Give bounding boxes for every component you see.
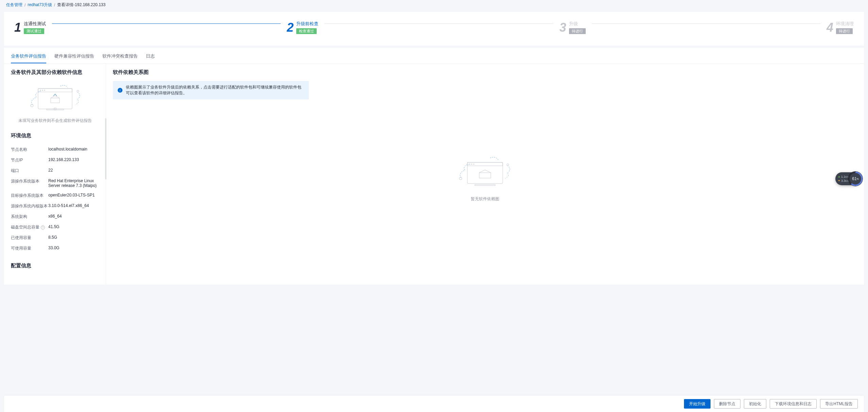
env-key: 源操作系统内核版本 (11, 203, 48, 209)
step-number: 1 (14, 21, 21, 34)
env-key: 源操作系统版本 (11, 178, 48, 188)
env-row: 已使用容量8.5G (11, 233, 99, 243)
env-key: 可使用容量 (11, 245, 48, 251)
step-1[interactable]: 1连通性测试测试通过 (14, 21, 46, 34)
step-status-badge: 待进行 (569, 28, 586, 34)
svg-point-18 (507, 164, 509, 166)
breadcrumb-sep-1: / (54, 3, 55, 7)
info-icon: i (118, 88, 122, 93)
env-row: 目标操作系统版本openEuler20.03-LTS-SP1 (11, 190, 99, 201)
help-icon[interactable]: ? (41, 225, 45, 229)
env-value: 41.5G (48, 224, 60, 230)
step-title: 升级 (569, 21, 586, 27)
initialize-button[interactable]: 初始化 (744, 399, 766, 409)
svg-point-17 (459, 177, 462, 180)
tab-3[interactable]: 日志 (146, 51, 155, 63)
svg-rect-10 (467, 162, 503, 184)
breadcrumb-link-1[interactable]: redhat73升级 (28, 2, 52, 8)
env-value: x86_64 (48, 214, 62, 220)
env-row: 节点名称localhost.localdomain (11, 144, 99, 155)
svg-point-14 (473, 164, 474, 165)
main-panel: 软件依赖关系图 i 依赖图展示了业务软件升级后的依赖关系，点击需要进行适配的软件… (106, 64, 864, 285)
step-status-badge: 检查通过 (296, 28, 317, 34)
env-value: openEuler20.03-LTS-SP1 (48, 193, 95, 199)
env-key: 节点名称 (11, 147, 48, 153)
download-arrow-icon (838, 180, 840, 181)
step-3[interactable]: 3升级待进行 (560, 21, 586, 34)
steps-card: 1连通性测试测试通过2升级前检查检查通过3升级待进行4环境清理待进行 (4, 12, 864, 46)
step-status-badge: 待进行 (836, 28, 853, 34)
action-bar: 开始升级 删除节点 初始化 下载环境信息和日志 导出HTML报告 (4, 396, 864, 412)
svg-rect-16 (475, 185, 495, 186)
env-row: 源操作系统内核版本3.10.0-514.el7.x86_64 (11, 201, 99, 211)
env-section-title: 环境信息 (11, 132, 99, 139)
side-panel: 业务软件及其部分依赖软件信息 未填写业务软件则不会生成软件评 (4, 64, 106, 285)
step-number: 3 (560, 21, 566, 34)
breadcrumb-sep-0: / (24, 3, 26, 7)
env-row: 源操作系统版本Red Hat Enterprise Linux Server r… (11, 176, 99, 190)
svg-point-3 (42, 90, 43, 91)
env-key: 目标操作系统版本 (11, 193, 48, 199)
step-title: 环境清理 (836, 21, 854, 27)
svg-rect-5 (51, 98, 60, 103)
empty-dependency-illustration (456, 154, 514, 191)
svg-point-2 (40, 90, 41, 91)
svg-point-8 (31, 104, 33, 107)
env-row: 节点IP192.168.220.133 (11, 155, 99, 165)
start-upgrade-button[interactable]: 开始升级 (684, 399, 711, 409)
env-value: 22 (48, 168, 53, 174)
step-number: 4 (827, 21, 833, 34)
env-row: 可使用容量33.0G (11, 243, 99, 254)
side-section-software-title: 业务软件及其部分依赖软件信息 (11, 69, 99, 76)
usage-ring: 61% (848, 172, 863, 186)
export-html-button[interactable]: 导出HTML报告 (820, 399, 858, 409)
delete-node-button[interactable]: 删除节点 (714, 399, 740, 409)
env-key: 已使用容量 (11, 235, 48, 241)
dependency-info-alert: i 依赖图展示了业务软件升级后的依赖关系，点击需要进行适配的软件包和可继续兼容使… (113, 81, 309, 99)
env-value: 8.5G (48, 235, 57, 241)
download-speed: 3.3K/s (841, 179, 849, 183)
empty-software-illustration (26, 81, 84, 115)
step-connector (592, 23, 820, 24)
env-value: localhost.localdomain (48, 147, 87, 153)
alert-text: 依赖图展示了业务软件升级后的依赖关系，点击需要进行适配的软件包和可继续兼容使用的… (126, 84, 304, 96)
tab-1[interactable]: 硬件兼容性评估报告 (54, 51, 94, 63)
env-value: Red Hat Enterprise Linux Server release … (48, 178, 99, 188)
step-number: 2 (287, 21, 294, 34)
svg-rect-0 (38, 89, 72, 109)
env-row: 磁盘空间总容量?41.5G (11, 222, 99, 233)
svg-point-4 (44, 90, 45, 91)
step-status-badge: 测试通过 (24, 28, 44, 34)
breadcrumb-link-0[interactable]: 任务管理 (6, 2, 22, 8)
side-empty-caption: 未填写业务软件则不会生成软件评估报告 (11, 118, 99, 124)
step-connector (52, 23, 281, 24)
performance-widget[interactable]: 1.1K/s 3.3K/s 61% (835, 172, 861, 185)
svg-point-12 (469, 164, 470, 165)
dependency-empty-state: 暂无软件依赖图 (113, 154, 857, 202)
svg-point-13 (471, 164, 472, 165)
step-title: 升级前检查 (296, 21, 318, 27)
upload-speed: 1.1K/s (841, 175, 849, 178)
main-heading: 软件依赖关系图 (113, 69, 857, 76)
env-key: 端口 (11, 168, 48, 174)
breadcrumb-current: 查看详情-192.168.220.133 (57, 2, 105, 8)
download-env-button[interactable]: 下载环境信息和日志 (770, 399, 817, 409)
env-kv-list: 节点名称localhost.localdomain节点IP192.168.220… (11, 144, 99, 254)
step-title: 连通性测试 (24, 21, 46, 27)
tab-0[interactable]: 业务软件评估报告 (11, 51, 46, 63)
env-value: 192.168.220.133 (48, 157, 79, 163)
upload-arrow-icon (838, 176, 840, 177)
env-key: 系统架构 (11, 214, 48, 220)
env-value: 3.10.0-514.el7.x86_64 (48, 203, 89, 209)
svg-rect-11 (467, 162, 503, 166)
tabs: 业务软件评估报告硬件兼容性评估报告软件冲突检查报告日志 (4, 48, 864, 64)
svg-rect-15 (479, 173, 491, 178)
step-2[interactable]: 2升级前检查检查通过 (287, 21, 318, 34)
step-4[interactable]: 4环境清理待进行 (827, 21, 854, 34)
env-value: 33.0G (48, 245, 60, 251)
svg-rect-1 (38, 89, 72, 92)
report-card: 业务软件评估报告硬件兼容性评估报告软件冲突检查报告日志 业务软件及其部分依赖软件… (4, 48, 864, 285)
env-row: 系统架构x86_64 (11, 211, 99, 222)
breadcrumb: 任务管理 / redhat73升级 / 查看详情-192.168.220.133 (0, 0, 868, 10)
tab-2[interactable]: 软件冲突检查报告 (102, 51, 138, 63)
